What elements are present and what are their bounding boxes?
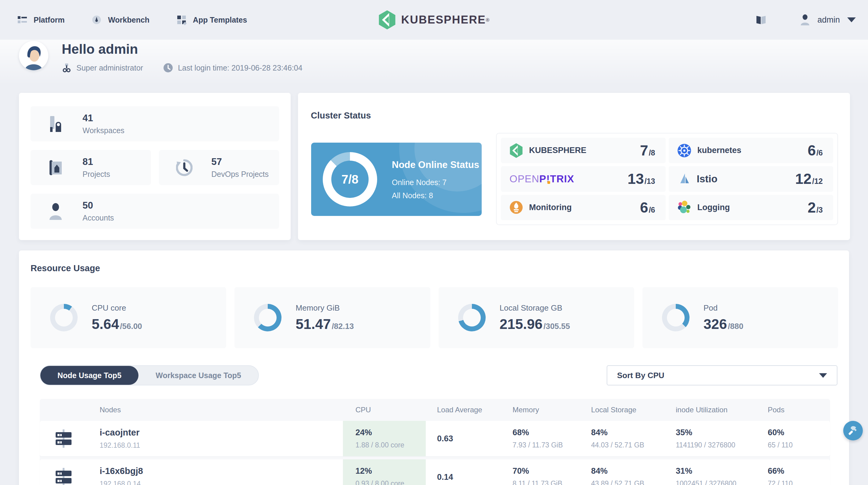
tab-node-usage-top5[interactable]: Node Usage Top5 [40,366,138,385]
last-login-clock-icon [163,63,173,73]
chevron-down-icon [847,18,856,22]
last-login-time: Last login time: 2019-06-28 23:46:04 [178,64,302,72]
nav-item-platform[interactable]: Platform [17,15,64,25]
hammer-icon [848,425,858,436]
stats-card: 41 Workspaces 81 Projects 57 D [19,93,291,240]
metric-label: CPU core [92,303,142,313]
cpu-percent: 24% [355,428,426,438]
component-total: /8 [649,149,655,157]
component-total: /6 [816,149,823,157]
sort-by-dropdown[interactable]: Sort By CPU [607,365,837,385]
kubesphere-logo[interactable]: KUBESPHERE® [379,10,490,30]
memory-detail: 8.11 / 11.73 GiB [513,480,591,485]
workspaces-icon [48,116,64,133]
user-menu[interactable]: admin [800,14,856,25]
page-title: Hello admin [62,41,302,57]
nav-label-workbench: Workbench [108,15,150,25]
nav-label-platform: Platform [34,15,64,25]
cpu-detail: 0.93 / 8.00 core [355,480,426,485]
stat-tile-projects[interactable]: 81 Projects [31,150,151,185]
table-row[interactable]: i-caojnter 192.168.0.11 24% 1.88 / 8.00 … [40,421,830,456]
local-storage-donut [458,304,486,331]
pods-detail: 65 / 110 [768,441,830,449]
openpitrix-logo: OPENP!TRIX [509,173,574,185]
col-header-local-storage: Local Storage [591,406,676,414]
component-value: 2 [807,199,816,216]
resource-usage-card: Resource Usage CPU core 5.64 /56.00 Memo… [19,251,849,485]
cpu-detail: 1.88 / 8.00 core [355,441,426,449]
metric-label: Local Storage GB [500,303,570,313]
table-header: Nodes CPU Load Average Memory Local Stor… [40,399,830,421]
dropdown-caret-icon [819,373,827,378]
inode-detail: 1002451 / 3276800 [676,480,768,485]
online-nodes-text: Online Nodes: 7 [392,178,482,187]
workbench-icon [91,15,102,25]
username: admin [817,15,840,25]
nav-label-app-templates: App Templates [193,15,247,25]
kubernetes-icon [677,143,691,158]
inode-percent: 31% [676,466,768,476]
app-templates-icon [176,15,187,25]
col-header-load-average: Load Average [426,406,513,414]
stat-value: 50 [83,200,114,211]
usage-tabs: Node Usage Top5 Workspace Usage Top5 [40,365,259,385]
nav-item-workbench[interactable]: Workbench [91,15,150,25]
component-name: Logging [698,203,730,212]
node-name: i-16x6bgj8 [100,466,343,476]
memory-percent: 70% [513,466,591,476]
monitoring-icon [509,201,523,214]
node-ip: 192.168.0.14 [100,480,343,485]
sort-by-value: Sort By CPU [617,371,664,380]
load-average-value: 0.14 [437,473,513,482]
node-online-ratio: 7/8 [323,152,377,206]
table-row[interactable]: i-16x6bgj8 192.168.0.14 12% 0.93 / 8.00 … [40,459,830,485]
metric-total: /82.13 [332,322,353,331]
stat-tile-workspaces[interactable]: 41 Workspaces [31,106,279,141]
cpu-percent: 12% [355,466,426,476]
tab-workspace-usage-top5[interactable]: Workspace Usage Top5 [138,366,258,385]
node-online-donut: 7/8 [323,152,377,206]
stat-value: 81 [83,156,110,167]
cpu-cell: 12% 0.93 / 8.00 core [343,459,426,485]
component-total: /12 [812,177,823,186]
pods-percent: 60% [768,428,830,438]
stat-label: Projects [83,170,110,179]
col-header-pods: Pods [768,406,830,414]
greeting-banner: Hello admin Super administrator Last log… [0,40,868,86]
component-logging: Logging 2 /3 [669,195,834,220]
toolbox-fab-button[interactable] [843,421,863,441]
col-header-cpu: CPU [343,406,426,414]
all-nodes-text: All Nodes: 8 [392,191,482,200]
metric-pod: Pod 326 /880 [643,287,838,348]
component-kubernetes: kubernetes 6 /6 [669,138,834,163]
stat-label: Workspaces [83,126,124,135]
cpu-donut [50,304,78,331]
component-kubesphere: KUBESPHERE 7 /8 [501,138,666,163]
nav-item-app-templates[interactable]: App Templates [176,15,247,25]
metric-value: 326 [704,316,727,332]
col-header-inode-utilization: inode Utilization [676,406,768,414]
cluster-status-title: Cluster Status [311,110,371,121]
memory-percent: 68% [513,428,591,438]
component-name: Istio [697,173,718,185]
metric-memory: Memory GiB 51.47 /82.13 [235,287,430,348]
component-istio: Istio 12 /12 [669,166,834,192]
component-total: /6 [649,205,655,215]
component-total: /13 [645,177,655,186]
stat-value: 57 [212,156,269,167]
node-online-title: Node Online Status [392,159,482,171]
memory-donut [254,304,281,331]
pods-detail: 72 / 110 [768,480,830,485]
stat-tile-devops[interactable]: 57 DevOps Projects [159,150,279,185]
docs-icon[interactable] [755,15,767,25]
component-monitoring: Monitoring 6 /6 [501,195,666,220]
metric-total: /305.55 [544,322,570,331]
col-header-nodes: Nodes [97,406,343,414]
accounts-icon [48,203,64,220]
component-value: 13 [627,170,644,187]
service-components-panel: KUBESPHERE 7 /8 [496,133,838,225]
col-header-memory: Memory [513,406,591,414]
stat-tile-accounts[interactable]: 50 Accounts [31,194,279,229]
kubesphere-logo-icon [379,10,396,30]
stat-label: DevOps Projects [212,170,269,179]
